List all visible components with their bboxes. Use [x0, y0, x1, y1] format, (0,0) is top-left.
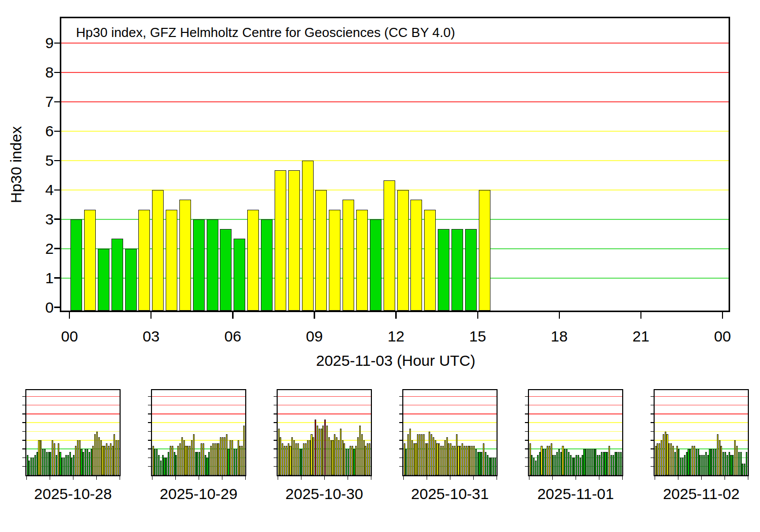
- hp30-mini-bar: [241, 446, 243, 475]
- mini-gridline-y6: [655, 422, 748, 423]
- hp30-mini-bar: [620, 452, 622, 475]
- hp30-mini-bar: [436, 443, 438, 475]
- mini-y-tick-mark: [399, 458, 402, 459]
- hp30-mini-bar: [177, 446, 179, 475]
- hp30-mini-bar: [94, 434, 96, 475]
- mini-y-tick-mark: [274, 405, 277, 406]
- x-tick-mark: [395, 312, 396, 319]
- hp30-mini-bar: [307, 440, 309, 475]
- mini-y-tick-mark: [22, 396, 25, 397]
- mini-y-tick-mark: [525, 413, 528, 414]
- hp30-mini-bar: [589, 449, 591, 475]
- hp30-mini-bar: [678, 449, 679, 475]
- x-tick-mark: [722, 312, 723, 319]
- hp30-mini-bar: [597, 455, 598, 475]
- hp30-mini-bar: [206, 458, 208, 475]
- mini-y-tick-mark: [399, 413, 402, 414]
- mini-x-tick-mark: [222, 476, 223, 480]
- hp30-mini-bar: [295, 443, 297, 475]
- mini-chart-mini-2: [151, 389, 246, 476]
- hp30-mini-bar: [299, 449, 301, 475]
- hp30-mini-bar: [429, 432, 430, 476]
- hp30-mini-bar: [723, 452, 724, 475]
- mini-chart-mini-1: [25, 389, 121, 476]
- hp30-mini-bar: [705, 452, 707, 475]
- hp30-mini-bar: [688, 449, 689, 475]
- hp30-mini-bar: [730, 455, 732, 475]
- mini-y-tick-mark: [651, 466, 654, 467]
- mini-y-tick-mark: [651, 422, 654, 423]
- mini-x-tick-mark: [278, 476, 279, 480]
- x-tick-label: 00: [49, 327, 90, 346]
- mini-x-tick-mark: [725, 476, 726, 480]
- hp30-mini-bar: [216, 443, 218, 475]
- hp30-mini-bar: [485, 452, 486, 475]
- y-tick-mark: [54, 43, 60, 44]
- hp30-bar: [343, 200, 354, 311]
- hp30-bar: [438, 229, 449, 311]
- hp30-mini-bar: [477, 452, 479, 475]
- hp30-mini-bar: [282, 443, 283, 475]
- hp30-mini-bar: [460, 446, 461, 475]
- hp30-mini-bar: [471, 446, 473, 475]
- hp30-mini-bar: [405, 449, 407, 475]
- mini-y-tick-mark: [525, 448, 528, 449]
- hp30-mini-bar: [102, 446, 103, 475]
- mini-gridline-y7: [403, 413, 497, 414]
- hp30-mini-bar: [740, 452, 742, 475]
- hp30-bar: [397, 190, 409, 311]
- hp30-mini-bar: [558, 449, 560, 475]
- mini-gridline-y7: [278, 413, 371, 414]
- hp30-mini-bar: [199, 452, 200, 475]
- mini-y-tick-mark: [651, 413, 654, 414]
- mini-gridline-y5: [529, 431, 622, 432]
- hp30-mini-bar: [732, 455, 734, 475]
- hp30-mini-bar: [201, 443, 202, 475]
- mini-gridline-y9: [403, 396, 497, 397]
- hp30-bar: [288, 170, 300, 311]
- mini-gridline-y5: [655, 431, 748, 432]
- mini-gridline-y7: [26, 413, 120, 414]
- hp30-mini-bar: [582, 455, 583, 475]
- hp30-mini-bar: [468, 446, 469, 475]
- hp30-mini-bar: [50, 452, 51, 475]
- hp30-mini-bar: [613, 455, 614, 475]
- hp30-mini-bar: [160, 461, 162, 475]
- hp30-mini-bar: [611, 455, 612, 475]
- mini-y-tick-mark: [22, 458, 25, 459]
- mini-x-tick-mark: [199, 476, 200, 480]
- hp30-mini-bar: [291, 437, 293, 475]
- hp30-mini-bar: [670, 443, 672, 475]
- hp30-mini-bar: [659, 443, 660, 475]
- hp30-mini-bar: [305, 443, 307, 475]
- hp30-mini-bar: [54, 443, 55, 475]
- hp30-mini-bar: [423, 434, 425, 475]
- hp30-mini-bar: [554, 455, 556, 475]
- mini-y-tick-mark: [22, 440, 25, 441]
- hp30-mini-bar: [243, 426, 245, 475]
- mini-y-tick-mark: [148, 448, 151, 449]
- hp30-mini-bar: [195, 452, 197, 475]
- mini-y-tick-mark: [274, 431, 277, 432]
- hp30-mini-bar: [490, 458, 492, 475]
- hp30-mini-bar: [110, 443, 111, 475]
- mini-x-tick-mark: [26, 476, 27, 480]
- hp30-mini-bar: [116, 440, 117, 475]
- hp30-mini-bar: [404, 443, 405, 475]
- mini-y-tick-mark: [651, 440, 654, 441]
- mini-gridline-y5: [403, 431, 497, 432]
- x-tick-mark: [314, 312, 315, 319]
- mini-y-tick-mark: [148, 466, 151, 467]
- hp30-mini-bar: [413, 443, 415, 475]
- hp30-mini-bar: [587, 449, 589, 475]
- x-axis-title: 2025-11-03 (Hour UTC): [244, 351, 548, 370]
- hp30-mini-bar: [365, 446, 366, 475]
- hp30-mini-bar: [742, 464, 743, 475]
- mini-chart-date: 2025-11-02: [638, 484, 760, 504]
- hp30-mini-bar: [363, 440, 365, 475]
- hp30-mini-bar: [615, 452, 616, 475]
- hp30-bar: [424, 210, 436, 311]
- hp30-bar: [247, 210, 259, 311]
- mini-x-tick-mark: [701, 476, 702, 480]
- mini-y-tick-mark: [399, 405, 402, 406]
